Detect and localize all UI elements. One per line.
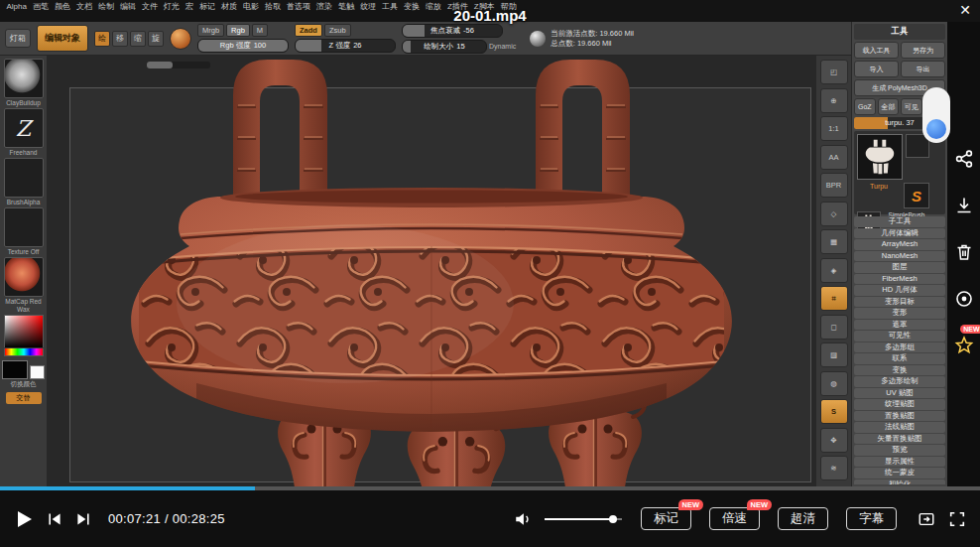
tool-section[interactable]: NanoMesh <box>854 251 945 262</box>
mode-button[interactable]: 旋 <box>148 31 164 47</box>
menu-item[interactable]: 帮助 <box>498 2 519 12</box>
menu-item[interactable]: 首选项 <box>284 2 312 12</box>
web-fullscreen-icon[interactable] <box>918 510 935 528</box>
secondary-color-swatch[interactable] <box>30 365 45 379</box>
shelf-btn-polyframe[interactable]: ◻ <box>820 315 848 340</box>
rgb-intensity-slider[interactable]: Rgb 强度100 <box>197 39 289 53</box>
menu-item[interactable]: 画笔 <box>30 2 51 12</box>
shelf-btn-local-symmetry[interactable]: ◈ <box>820 258 848 283</box>
tool-section[interactable]: 纹理贴图 <box>854 399 945 410</box>
share-icon[interactable] <box>954 149 974 169</box>
floating-widget[interactable] <box>922 87 950 143</box>
menu-item[interactable]: 文档 <box>73 2 94 12</box>
menu-item[interactable]: 文件 <box>139 2 160 12</box>
shelf-btn-xpose[interactable]: ✥ <box>820 428 848 453</box>
mode-button[interactable]: 绘 <box>94 31 110 47</box>
shelf-btn-zoom[interactable]: ⊕ <box>820 88 848 113</box>
viewport-canvas[interactable] <box>48 56 815 486</box>
color-hue-strip[interactable] <box>4 348 44 356</box>
shelf-btn-actual-size[interactable]: 1:1 <box>820 116 848 141</box>
tool-section[interactable]: 变形目标 <box>854 297 945 308</box>
shelf-btn-frame[interactable]: ⌗ <box>820 286 848 311</box>
paint-mode-button[interactable]: Mrgb <box>197 24 224 37</box>
zadd-button[interactable]: Zadd <box>295 24 322 37</box>
menu-item[interactable]: Z插件 <box>444 2 470 12</box>
menu-item[interactable]: 宏 <box>183 2 195 12</box>
volume-icon[interactable] <box>514 510 532 528</box>
menu-item[interactable]: 变换 <box>401 2 422 12</box>
player-button-subtitle[interactable]: 字幕 <box>846 507 897 530</box>
z-intensity-slider[interactable]: Z 强度26 <box>295 39 396 53</box>
shelf-btn-line-fill[interactable]: ≋ <box>820 456 848 480</box>
goz-button[interactable]: 可见 <box>901 98 922 115</box>
active-brush-preview-icon[interactable] <box>170 28 191 50</box>
volume-knob[interactable] <box>609 515 617 523</box>
alternate-color-button[interactable]: 交替 <box>6 392 42 404</box>
tool-section[interactable]: 变换 <box>854 365 945 376</box>
record-target-icon[interactable] <box>954 289 974 309</box>
shelf-btn-scroll[interactable]: ◰ <box>820 60 848 84</box>
download-icon[interactable] <box>954 196 974 215</box>
texture-selector[interactable]: Texture Off <box>4 207 44 256</box>
menu-item[interactable]: 拾取 <box>262 2 283 12</box>
tool-section[interactable]: 显示属性 <box>854 457 945 468</box>
tool-section[interactable]: UV 贴图 <box>854 388 945 399</box>
prev-episode-button[interactable] <box>47 511 62 527</box>
next-episode-button[interactable] <box>75 511 91 527</box>
shelf-btn-floor[interactable]: ▦ <box>820 229 848 254</box>
menu-item[interactable]: 材质 <box>218 2 239 12</box>
shelf-btn-perspective[interactable]: ◇ <box>820 202 848 226</box>
tool-section[interactable]: 置换贴图 <box>854 411 945 422</box>
tool-section[interactable]: 法线贴图 <box>854 422 945 433</box>
tool-section[interactable]: 几何体编辑 <box>854 228 945 239</box>
tool-section[interactable]: 遮罩 <box>854 320 945 331</box>
play-button[interactable] <box>14 509 34 529</box>
tool-section[interactable]: 图层 <box>854 262 945 273</box>
material-selector[interactable]: MatCap Red Wax <box>0 257 47 314</box>
tool-section[interactable]: 预览 <box>854 445 945 456</box>
color-sv-square[interactable] <box>4 315 44 347</box>
tool-file-button[interactable]: 载入工具 <box>854 42 899 59</box>
focal-shift-slider[interactable]: 焦点衰减-56 <box>402 24 503 38</box>
tool-section[interactable]: 初始化 <box>854 479 945 485</box>
player-button-mark[interactable]: 标记 NEW <box>641 507 691 530</box>
menu-item[interactable]: 灯光 <box>161 2 182 12</box>
lightbox-button[interactable]: 灯箱 <box>5 29 31 48</box>
menu-item[interactable]: 渲染 <box>313 2 334 12</box>
tool-section[interactable]: 可见性 <box>854 331 945 342</box>
zsub-button[interactable]: Zsub <box>324 24 351 37</box>
player-button-speed[interactable]: 倍速 NEW <box>709 507 760 530</box>
shelf-btn-bpr[interactable]: BPR <box>820 173 848 198</box>
active-tool-thumbnail[interactable] <box>857 134 903 180</box>
magic-star-icon[interactable]: NEW <box>954 336 974 355</box>
draw-size-slider[interactable]: 绘制大小15 <box>402 40 487 54</box>
goz-button[interactable]: GoZ <box>854 98 876 115</box>
tool-section[interactable]: 多边形绘制 <box>854 376 945 387</box>
tool-palette-header[interactable]: 工具 <box>854 24 945 40</box>
stroke-selector[interactable]: Z Freehand <box>4 108 44 157</box>
tool-section[interactable]: 矢量置换贴图 <box>854 434 945 445</box>
paint-mode-button[interactable]: Rgb <box>226 24 250 37</box>
volume-slider[interactable] <box>545 518 622 520</box>
edit-mode-button[interactable]: 编辑对象 <box>37 25 88 52</box>
menu-item[interactable]: 绘制 <box>95 2 116 12</box>
alpha-selector[interactable]: BrushAlpha <box>4 158 44 206</box>
menu-item[interactable]: Alpha <box>4 2 29 12</box>
tool-section[interactable]: ArrayMesh <box>854 239 945 250</box>
goz-button[interactable]: 全部 <box>878 98 900 115</box>
main-color-swatch[interactable] <box>2 360 28 379</box>
menu-item[interactable]: 工具 <box>379 2 400 12</box>
tool-section[interactable]: 统一蒙皮 <box>854 468 945 479</box>
shelf-btn-aa-half[interactable]: AA <box>820 145 848 170</box>
close-icon[interactable]: ✕ <box>959 3 971 18</box>
tool-section[interactable]: 变形 <box>854 308 945 319</box>
paint-mode-button[interactable]: M <box>252 24 268 37</box>
menu-item[interactable]: Z脚本 <box>471 2 497 12</box>
menu-item[interactable]: 标记 <box>196 2 217 12</box>
menu-item[interactable]: 编辑 <box>117 2 138 12</box>
trash-icon[interactable] <box>954 242 974 262</box>
color-picker[interactable] <box>4 315 44 356</box>
fullscreen-icon[interactable] <box>948 510 966 528</box>
tool-section[interactable]: 多边形组 <box>854 342 945 353</box>
tool-section[interactable]: 联系 <box>854 353 945 364</box>
